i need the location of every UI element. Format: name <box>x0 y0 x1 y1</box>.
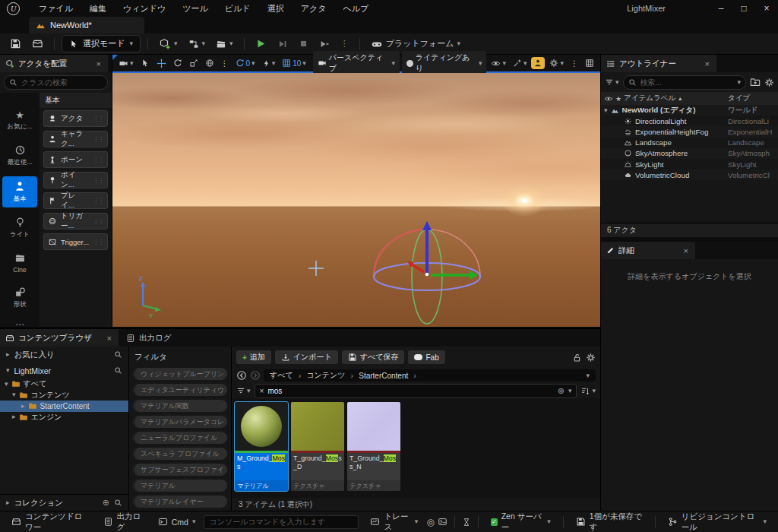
trace-dropdown[interactable]: トレース ▾ <box>365 509 423 532</box>
blueprints-dropdown[interactable]: ▾ <box>185 36 210 52</box>
forward-icon[interactable] <box>250 370 261 381</box>
skip-frame-button[interactable] <box>274 36 292 52</box>
class-search-input[interactable] <box>21 78 103 87</box>
level-tab[interactable]: NewWorld* <box>29 17 144 33</box>
outliner-tab[interactable]: アウトライナー × <box>601 55 716 72</box>
output-log-button[interactable]: 出力ログ <box>98 509 150 532</box>
menu-tools[interactable]: ツール <box>174 1 217 17</box>
scale-tool-button[interactable] <box>187 57 201 69</box>
breadcrumb[interactable]: すべて › コンテンツ › StarterContent › ▾ <box>264 369 596 382</box>
filter-ch-material-param[interactable]: マテリアルパラメータコレ <box>133 416 227 428</box>
place-actors-tab[interactable]: アクタを配置 × <box>0 55 108 72</box>
platforms-dropdown[interactable]: プラットフォーム ▾ <box>367 36 464 52</box>
level-viewport[interactable]: ▾ ⋮ 0▾ ▾ 10▾ パースペクティブ▾ ライティングあり▾ ▾ ▾ ▾ ⋮ <box>112 55 600 327</box>
save-button[interactable] <box>6 36 25 52</box>
save-search-icon[interactable]: ⊕ <box>558 386 565 396</box>
close-icon[interactable]: × <box>106 334 113 343</box>
favorites-row[interactable]: ▸ お気に入り <box>0 347 128 363</box>
outliner-row-world[interactable]: ▾ NewWorld (エディタ) ワールド <box>601 105 778 116</box>
menu-actor[interactable]: アクタ <box>293 1 335 17</box>
fab-button[interactable]: Fab <box>408 350 444 364</box>
grid-snap-dropdown[interactable]: 10▾ <box>280 57 308 69</box>
outliner-row-landscape[interactable]: Landscape Landscape <box>601 138 778 148</box>
maximize-button[interactable]: □ <box>732 3 755 14</box>
tree-item-startercontent[interactable]: ▸ StarterContent <box>0 401 128 412</box>
asset-tile-texture-n[interactable]: T_Ground_Moss_N テクスチャ <box>347 402 400 491</box>
play-options-menu[interactable]: ⋮ <box>337 36 353 51</box>
asset-tile-texture-d[interactable]: T_ground_Moss_D テクスチャ <box>291 402 344 491</box>
viewport-settings-dropdown[interactable]: ▾ <box>547 57 566 69</box>
import-button[interactable]: インポート <box>275 350 338 364</box>
launch-button[interactable] <box>315 36 334 52</box>
rotation-snap-dropdown[interactable]: 0▾ <box>233 57 258 69</box>
content-settings-icon[interactable] <box>586 353 596 363</box>
menu-window[interactable]: ウィンドウ <box>115 1 174 17</box>
tree-item-engine[interactable]: ▸ エンジン <box>0 412 128 423</box>
outliner-search-input[interactable] <box>640 78 734 87</box>
save-all-button[interactable]: すべて保存 <box>342 350 405 364</box>
chevron-down-icon[interactable]: ▾ <box>586 372 590 379</box>
clear-search-icon[interactable]: × <box>260 387 264 395</box>
asset-search-input[interactable] <box>267 387 553 395</box>
viewport-options-dropdown[interactable]: ▾ <box>116 57 136 70</box>
tree-item-content[interactable]: ▾ コンテンツ <box>0 390 128 401</box>
outliner-row-volumetriccloud[interactable]: VolumetricCloud VolumetricCl <box>601 169 778 180</box>
maximize-viewport-button[interactable] <box>583 57 596 69</box>
screenshot-icon[interactable]: ◎ <box>426 517 434 527</box>
place-item-trigger-box[interactable]: Trigger...⋮⋮ <box>43 233 108 250</box>
place-item-character[interactable]: キャラク...⋮⋮ <box>43 131 108 147</box>
expand-arrow-icon[interactable]: ▾ <box>604 107 608 114</box>
hourglass-icon[interactable] <box>462 518 471 527</box>
create-folder-icon[interactable] <box>750 77 761 87</box>
visibility-column-icon[interactable] <box>604 94 613 103</box>
output-log-tab[interactable]: 出力ログ <box>119 329 179 347</box>
snapshot-icon[interactable] <box>438 517 448 527</box>
outliner-row-heightfog[interactable]: ExponentialHeightFog ExponentialH <box>601 126 778 137</box>
outliner-row-directionallight[interactable]: DirectionalLight DirectionalLi <box>601 116 778 126</box>
perspective-dropdown[interactable]: パースペクティブ▾ <box>313 51 400 75</box>
minimize-button[interactable]: – <box>710 3 732 14</box>
place-item-trigger-sphere[interactable]: トリガー...⋮⋮ <box>43 213 108 230</box>
place-item-actor[interactable]: アクタ⋮⋮ <box>43 110 108 127</box>
category-shapes[interactable]: 形状 <box>2 283 37 313</box>
select-tool-button[interactable] <box>138 57 152 69</box>
world-local-toggle[interactable] <box>203 57 217 69</box>
place-item-pawn[interactable]: ポーン⋮⋮ <box>43 151 108 168</box>
scene-view[interactable]: Z Y <box>112 73 600 327</box>
asset-tile-material[interactable]: M_Ground_Moss マテリアル <box>235 402 288 491</box>
browse-content-button[interactable] <box>28 36 47 52</box>
category-recent[interactable]: 最近使... <box>2 141 37 171</box>
camera-speed-dropdown[interactable]: ▾ <box>260 58 278 69</box>
class-search-box[interactable] <box>4 75 108 90</box>
close-icon[interactable]: × <box>682 246 690 255</box>
back-icon[interactable] <box>236 370 247 381</box>
category-favorites[interactable]: ★ お気に... <box>2 106 37 135</box>
close-icon[interactable]: × <box>95 59 103 68</box>
viewport-menu[interactable]: ⋮ <box>568 58 580 69</box>
sort-dropdown[interactable]: ▾ <box>580 386 596 396</box>
close-icon[interactable]: × <box>704 59 711 68</box>
view-modifiers-dropdown[interactable]: ▾ <box>511 57 530 69</box>
cmd-dropdown[interactable]: Cmd ▾ <box>153 515 201 529</box>
cinematics-dropdown[interactable]: ▾ <box>212 36 237 52</box>
type-column-header[interactable]: タイプ <box>728 93 775 103</box>
breadcrumb-startercontent[interactable]: StarterContent <box>359 372 408 380</box>
breadcrumb-content[interactable]: コンテンツ <box>306 370 345 381</box>
place-item-point-light[interactable]: ポイン...⋮⋮ <box>43 172 108 188</box>
filter-ch-neural-profile[interactable]: ニューラルプロファイル <box>133 432 227 444</box>
surface-snapping-menu[interactable]: ⋮ <box>219 58 231 69</box>
label-column-header[interactable]: アイテムラベル ▲ <box>624 93 726 103</box>
content-drawer-button[interactable]: コンテンツドロワー <box>6 509 95 532</box>
asset-search-box[interactable]: × ⊕ ▾ <box>255 384 577 398</box>
filter-ch-editor-utility[interactable]: エディタユーティリティウ <box>133 384 227 396</box>
content-browser-tab[interactable]: コンテンツブラウザ × <box>0 329 119 347</box>
stop-button[interactable] <box>295 36 312 51</box>
menu-edit[interactable]: 編集 <box>81 1 115 17</box>
outliner-settings-icon[interactable] <box>764 78 774 87</box>
game-view-toggle[interactable] <box>531 57 545 69</box>
menu-file[interactable]: ファイル <box>30 1 81 17</box>
search-icon[interactable] <box>114 350 122 359</box>
add-button[interactable]: + 追加 <box>236 350 271 364</box>
search-icon[interactable] <box>114 499 122 507</box>
menu-help[interactable]: ヘルプ <box>334 1 377 17</box>
